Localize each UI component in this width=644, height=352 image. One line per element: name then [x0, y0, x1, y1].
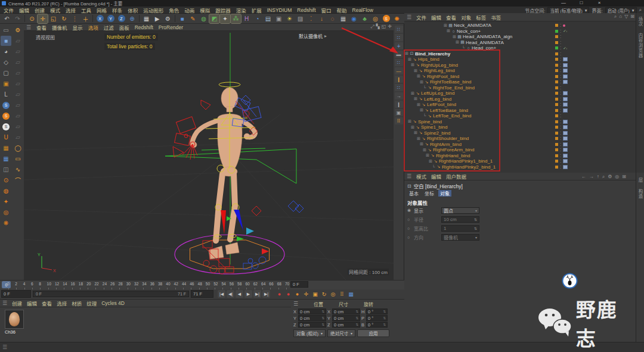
weight-tag-icon[interactable] — [563, 102, 568, 107]
tree-row-LeftUpLeg_bind[interactable]: ⊞↘LeftUpLeg_bind⁚ — [404, 91, 636, 96]
tool-dim-6-icon[interactable]: ▱ — [13, 89, 23, 99]
dropdown-arrow-icon[interactable]: ▾ — [475, 208, 477, 213]
tree-row-LeftToe_End_bind[interactable]: └↘LeftToe_End_bind⁚ — [404, 113, 636, 119]
om-search-icon[interactable]: ⌕ — [614, 14, 617, 20]
tree-row-Head_ANIMDATA_algn[interactable]: ⊞▤Head_ANIMDATA_algn⁚ — [404, 34, 636, 40]
volume-icon[interactable]: ◔ — [252, 14, 262, 23]
layer-dots[interactable]: ⁚ — [560, 126, 561, 129]
constraint-tag-icon[interactable]: ✓ᵢ — [563, 29, 566, 33]
layer-dots[interactable]: ⁚ — [560, 103, 561, 106]
tree-row-Head_con+[interactable]: └○Head_con+⁚✓ᵢ — [404, 45, 636, 51]
layer-dots[interactable]: ⁚ — [560, 148, 561, 151]
weight-tag-icon[interactable] — [563, 136, 568, 141]
enable-dot[interactable] — [555, 86, 558, 89]
mograph-icon[interactable]: ✦ — [220, 14, 230, 23]
weight-tag-icon[interactable] — [563, 97, 568, 101]
enable-dot[interactable] — [555, 114, 558, 117]
animation-mode-icon[interactable]: ▣ — [1, 79, 11, 89]
node-space-select[interactable]: 当前 (标准/物理)▾ — [547, 7, 589, 14]
tree-row-Hips_bind[interactable]: ⊞↘Hips_bind⁚ — [404, 57, 636, 63]
layer-dots[interactable]: ⁚ — [560, 154, 561, 157]
enable-dot[interactable] — [555, 103, 558, 106]
position-X-field[interactable]: 0 cm⇅ — [298, 309, 326, 314]
lock-y-icon[interactable]: Y — [106, 14, 116, 23]
workplane-mode-icon[interactable]: ◇ — [1, 57, 11, 67]
xp-circle-3-icon[interactable]: ✦ — [1, 197, 11, 207]
am-menu-编辑[interactable]: 编辑 — [431, 173, 441, 180]
am-search-icon[interactable]: ⌕ — [602, 174, 605, 180]
om-menu-查看[interactable]: 查看 — [446, 14, 456, 21]
maximize-button[interactable]: □ — [572, 0, 590, 7]
weight-tag-icon[interactable] — [563, 68, 568, 73]
menu-扩展[interactable]: 扩展 — [252, 7, 262, 14]
enable-dot[interactable] — [555, 92, 558, 95]
spinner-icon[interactable]: ⇅ — [383, 323, 386, 326]
minimize-button[interactable]: — — [555, 0, 572, 7]
primitive-cube-icon[interactable]: ■ — [177, 14, 187, 23]
mat-menu-选择[interactable]: 选择 — [57, 300, 67, 307]
weight-tag-icon[interactable] — [563, 108, 568, 113]
badge-orange-s-icon[interactable]: S — [1, 111, 11, 121]
grid-blue-icon[interactable]: ▦ — [1, 154, 11, 164]
layer-dots[interactable]: ⁚ — [560, 114, 561, 117]
am-gear-icon[interactable]: ⚙ — [608, 174, 612, 180]
s-logo-icon[interactable]: S — [381, 14, 391, 23]
layer-dots[interactable]: ⁚ — [560, 75, 561, 78]
dots-menu-icon[interactable]: ⁚ — [306, 14, 316, 23]
expand-icon[interactable]: ⊞ — [443, 23, 448, 28]
enable-dot[interactable] — [555, 98, 558, 101]
mat-menu-Cycles 4D[interactable]: Cycles 4D — [101, 300, 125, 306]
autokey-button[interactable]: ● — [284, 290, 292, 298]
timeline-ruler[interactable]: 0 0 F 0246810121416182022242628303234363… — [0, 280, 404, 290]
spinner-icon[interactable]: ⇅ — [321, 316, 324, 320]
menu-RealFlow[interactable]: RealFlow — [352, 7, 373, 13]
expand-icon[interactable]: └ — [461, 46, 466, 50]
viewport-corner-icon-2[interactable]: ◱ — [382, 24, 386, 30]
material-thumbnail[interactable] — [5, 310, 24, 329]
coords-mode-select[interactable]: 对象 (相对)▾ — [293, 329, 326, 337]
select-circle-icon[interactable]: ◯ — [13, 143, 23, 153]
am-menu-模式[interactable]: 模式 — [416, 173, 426, 180]
om-home-icon[interactable]: ⌂ — [619, 14, 622, 20]
xref-icon[interactable]: ◉ — [349, 14, 359, 23]
bend-deformer-icon[interactable]: ◩ — [209, 14, 219, 23]
object-mode-icon[interactable]: ▢ — [1, 68, 11, 78]
position-Z-field[interactable]: 0 cm⇅ — [298, 322, 326, 328]
side-tab-场次[interactable]: 场次 — [637, 17, 643, 27]
mat-menu-编辑[interactable]: 编辑 — [27, 300, 37, 307]
vp-menu-Redshift[interactable]: Redshift — [135, 24, 153, 30]
tree-row-RightHand_bind[interactable]: ⊞↘RightHand_bind⁚ — [404, 153, 636, 159]
tree-row-RightFoot_bind[interactable]: ⊞↘RightFoot_bind⁚ — [404, 74, 636, 80]
expand-icon[interactable]: ⊞ — [425, 153, 430, 158]
tree-row-Neck_ANIMDATA[interactable]: ⊞▤Neck_ANIMDATA⁚ — [404, 23, 636, 29]
prev-key-button[interactable]: ◀| — [227, 290, 234, 298]
weight-tag-icon[interactable] — [563, 74, 568, 79]
layer-dots[interactable]: ⁚ — [560, 86, 561, 89]
weight-tag-icon[interactable] — [563, 57, 568, 61]
menu-Redshift[interactable]: Redshift — [297, 7, 315, 13]
sky-icon[interactable]: ▨ — [295, 14, 305, 23]
end-frame-field[interactable]: 71 F — [191, 290, 213, 298]
tree-row-LeftFoot_bind[interactable]: ⊞↘LeftFoot_bind⁚ — [404, 102, 636, 108]
am-forward-icon[interactable]: → — [589, 174, 594, 180]
mat-menu-查看[interactable]: 查看 — [42, 300, 52, 307]
layer-dots[interactable]: ⁚ — [560, 92, 561, 95]
layer-dots[interactable]: ⁚ — [560, 109, 561, 112]
layer-dots[interactable]: ⁚ — [560, 80, 561, 83]
char-tool-2-icon[interactable]: ∷ — [395, 34, 403, 41]
enable-dot[interactable] — [555, 120, 558, 123]
vp-menu-摄像机[interactable]: 摄像机 — [52, 24, 67, 31]
tree-row-LeftToeBase_bind[interactable]: ⊞↘LeftToeBase_bind⁚ — [404, 108, 636, 114]
enable-dot[interactable] — [555, 160, 558, 163]
mat-menu-创建[interactable]: 创建 — [12, 300, 22, 307]
layer-dots[interactable]: ⁚ — [560, 35, 561, 38]
enable-dot[interactable] — [555, 126, 558, 129]
tree-row-RightForeArm_bind[interactable]: ⊞↘RightForeArm_bind⁚ — [404, 147, 636, 153]
viewport-corner-icon-3[interactable]: ✛ — [388, 24, 392, 30]
tree-row-Neck_con+[interactable]: ⊞○Neck_con+⁚✓ᵢ — [404, 29, 636, 35]
char-tool-8-icon[interactable]: ∷ — [395, 84, 403, 91]
weight-tag-icon[interactable] — [563, 154, 568, 158]
weight-tag-icon[interactable] — [563, 125, 568, 129]
constraint-tag-icon[interactable]: ✓ᵢ — [563, 46, 566, 51]
scale-tool-icon[interactable]: ◱ — [48, 14, 58, 23]
